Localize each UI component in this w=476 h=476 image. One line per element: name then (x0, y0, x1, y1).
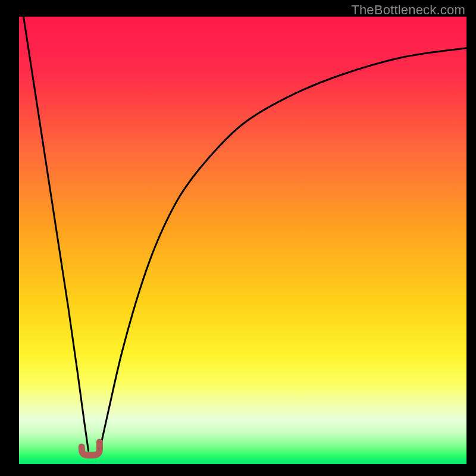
bottleneck-curve (19, 17, 466, 464)
watermark-text: TheBottleneck.com (351, 2, 465, 18)
curve-left-branch (24, 17, 89, 450)
optimal-range-marker (82, 442, 99, 455)
curve-right-branch (99, 48, 466, 451)
chart-frame: TheBottleneck.com (0, 0, 476, 476)
plot-area (19, 17, 466, 464)
